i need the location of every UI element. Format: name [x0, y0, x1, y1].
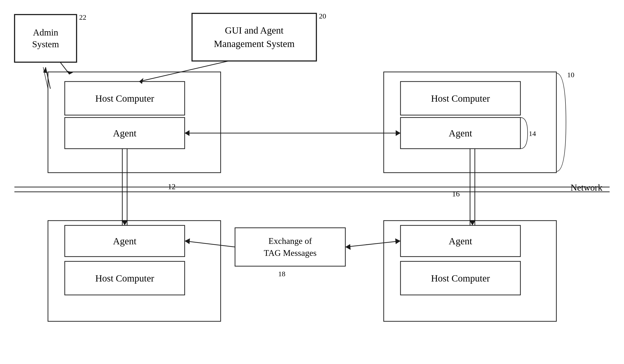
ref-18: 18: [278, 270, 285, 278]
gui-agent-box: GUI and Agent Management System: [192, 13, 316, 61]
host-computer-tl-label: Host Computer: [95, 93, 154, 104]
svg-marker-25: [396, 130, 400, 136]
svg-line-17: [60, 62, 70, 74]
svg-marker-37: [345, 244, 351, 250]
ref-10: 10: [567, 71, 574, 79]
admin-system-box: Admin System: [14, 14, 77, 62]
ref-22: 22: [79, 13, 86, 21]
svg-marker-18: [67, 71, 73, 74]
ref-20: 20: [319, 12, 326, 20]
network-label: Network: [571, 182, 602, 193]
host-computer-br: Host Computer: [400, 261, 520, 295]
svg-marker-34: [185, 238, 190, 244]
diagram: Admin System 22 GUI and Agent Management…: [0, 0, 624, 364]
svg-marker-20: [43, 67, 48, 73]
svg-line-33: [185, 241, 235, 247]
svg-line-22: [139, 61, 228, 81]
host-computer-br-label: Host Computer: [431, 273, 490, 284]
ref-16: 16: [452, 189, 460, 198]
host-computer-bl: Host Computer: [65, 261, 185, 295]
agent-br: Agent: [400, 225, 520, 257]
agent-tl-label: Agent: [113, 128, 136, 139]
agent-bl: Agent: [65, 225, 185, 257]
ref-14: 14: [529, 130, 536, 138]
agent-br-label: Agent: [449, 235, 472, 247]
admin-system-label: Admin System: [32, 26, 59, 50]
agent-bl-label: Agent: [113, 235, 136, 247]
ref-12: 12: [168, 182, 176, 191]
agent-tr: Agent: [400, 118, 520, 149]
gui-agent-label: GUI and Agent Management System: [214, 24, 295, 51]
svg-line-19: [46, 67, 50, 89]
svg-line-21: [43, 67, 48, 89]
svg-marker-32: [469, 220, 476, 225]
host-computer-tl: Host Computer: [65, 81, 185, 115]
svg-marker-26: [185, 130, 189, 136]
svg-line-35: [345, 241, 400, 247]
exchange-tag-box: Exchange of TAG Messages: [235, 228, 345, 266]
agent-tr-label: Agent: [449, 128, 472, 139]
agent-tl: Agent: [65, 118, 185, 149]
host-computer-tr: Host Computer: [400, 81, 520, 115]
host-computer-tr-label: Host Computer: [431, 93, 490, 104]
svg-marker-36: [395, 238, 400, 244]
svg-marker-29: [122, 220, 128, 225]
exchange-tag-label: Exchange of TAG Messages: [264, 235, 316, 259]
host-computer-bl-label: Host Computer: [95, 273, 154, 284]
